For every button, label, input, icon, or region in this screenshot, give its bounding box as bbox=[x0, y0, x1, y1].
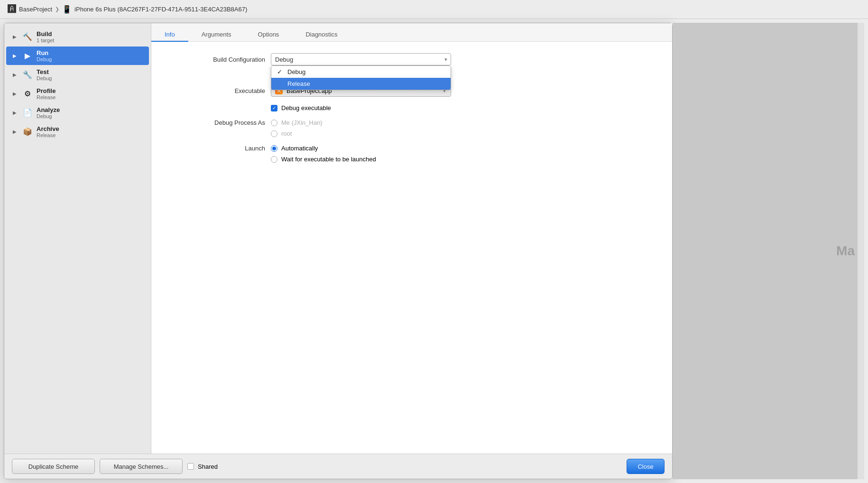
debug-option: Debug bbox=[287, 68, 305, 75]
build-text: Build 1 target bbox=[37, 30, 54, 43]
dialog-footer: Duplicate Scheme Manage Schemes... Share… bbox=[4, 454, 672, 479]
duplicate-scheme-button[interactable]: Duplicate Scheme bbox=[12, 459, 95, 474]
build-config-select[interactable]: Debug bbox=[271, 53, 451, 65]
right-panel-text: Ma bbox=[836, 243, 855, 259]
dropdown-item-release[interactable]: Release bbox=[271, 78, 451, 90]
build-config-value: Debug bbox=[275, 56, 293, 63]
radio-root[interactable] bbox=[271, 130, 277, 137]
debug-process-label: Debug Process As bbox=[170, 119, 265, 126]
close-button[interactable]: Close bbox=[627, 459, 665, 474]
radio-me[interactable] bbox=[271, 120, 277, 126]
radio-item-wait: Wait for executable to be launched bbox=[271, 156, 376, 163]
expand-arrow-test: ▶ bbox=[13, 72, 18, 77]
analyze-icon: 📄 bbox=[22, 108, 33, 118]
run-icon: ▶ bbox=[22, 51, 33, 61]
xcode-icon: 🅰 bbox=[8, 4, 16, 14]
device-name: iPhone 6s Plus (8AC267F1-27FD-471A-9511-… bbox=[74, 6, 247, 13]
radio-item-me: Me (JXin_Han) bbox=[271, 119, 323, 126]
debug-executable-row: ✓ Debug executable bbox=[271, 104, 653, 111]
project-name: BaseProject bbox=[19, 6, 52, 13]
expand-arrow-build: ▶ bbox=[13, 34, 18, 39]
check-icon: ✓ bbox=[277, 68, 284, 75]
profile-text: Profile Release bbox=[37, 87, 55, 100]
shared-label: Shared bbox=[198, 463, 218, 470]
radio-root-label: root bbox=[281, 130, 292, 137]
tabs: Info Arguments Options Diagnostics bbox=[151, 23, 672, 42]
build-config-select-wrapper: Debug ▼ ✓ Debug bbox=[271, 53, 451, 65]
radio-wait[interactable] bbox=[271, 156, 277, 163]
manage-schemes-button[interactable]: Manage Schemes... bbox=[100, 459, 183, 474]
tab-diagnostics[interactable]: Diagnostics bbox=[292, 28, 351, 42]
tab-options[interactable]: Options bbox=[245, 28, 293, 42]
tab-info[interactable]: Info bbox=[151, 28, 188, 42]
analyze-text: Analyze Debug bbox=[37, 106, 60, 119]
main-panel: Info Arguments Options Diagnostics Build… bbox=[151, 23, 672, 454]
right-panel: Ma bbox=[673, 23, 864, 479]
scheme-editor-dialog: ▶ 🔨 Build 1 target ▶ ▶ Run Debug bbox=[4, 23, 673, 479]
radio-wait-label: Wait for executable to be launched bbox=[281, 156, 376, 163]
debug-process-row: Debug Process As Me (JXin_Han) root bbox=[170, 119, 653, 137]
dialog-content: ▶ 🔨 Build 1 target ▶ ▶ Run Debug bbox=[4, 23, 672, 454]
build-configuration-label: Build Configuration bbox=[170, 56, 265, 63]
profile-icon: ⚙ bbox=[22, 89, 33, 99]
debug-executable-label: Debug executable bbox=[281, 104, 331, 111]
radio-item-root: root bbox=[271, 130, 323, 137]
sidebar-item-archive[interactable]: ▶ 📦 Archive Release bbox=[6, 122, 149, 141]
build-config-dropdown: ✓ Debug Release bbox=[271, 65, 451, 90]
radio-me-label: Me (JXin_Han) bbox=[281, 119, 323, 126]
test-text: Test Debug bbox=[37, 68, 52, 81]
archive-icon: 📦 bbox=[22, 127, 33, 137]
breadcrumb-arrow: ❯ bbox=[55, 6, 59, 12]
launch-radio-group: Automatically Wait for executable to be … bbox=[271, 145, 376, 163]
launch-label: Launch bbox=[170, 145, 265, 152]
archive-text: Archive Release bbox=[37, 125, 59, 138]
debug-process-control: Me (JXin_Han) root bbox=[271, 119, 323, 137]
tab-arguments[interactable]: Arguments bbox=[188, 28, 245, 42]
radio-automatically[interactable] bbox=[271, 145, 277, 152]
run-text: Run Debug bbox=[37, 49, 52, 62]
sidebar-item-run[interactable]: ▶ ▶ Run Debug bbox=[6, 46, 149, 65]
build-configuration-control: Debug ▼ ✓ Debug bbox=[271, 53, 451, 65]
shared-row: Shared bbox=[187, 463, 218, 470]
debug-executable-control: ✓ Debug executable bbox=[271, 104, 331, 111]
radio-automatically-label: Automatically bbox=[281, 145, 318, 152]
release-option: Release bbox=[287, 80, 310, 87]
build-icon: 🔨 bbox=[22, 32, 33, 42]
debug-executable-checkbox[interactable]: ✓ bbox=[271, 105, 277, 111]
radio-item-automatically: Automatically bbox=[271, 145, 376, 152]
test-icon: 🔧 bbox=[22, 70, 33, 80]
device-icon: 📱 bbox=[62, 5, 72, 14]
sidebar-item-profile[interactable]: ▶ ⚙ Profile Release bbox=[6, 84, 149, 103]
sidebar-item-build[interactable]: ▶ 🔨 Build 1 target bbox=[6, 28, 149, 46]
debug-process-radio-group: Me (JXin_Han) root bbox=[271, 119, 323, 137]
expand-arrow-run: ▶ bbox=[13, 53, 18, 58]
shared-checkbox[interactable] bbox=[187, 463, 194, 470]
expand-arrow-analyze: ▶ bbox=[13, 110, 18, 115]
scrollbar[interactable] bbox=[858, 23, 864, 479]
launch-control: Automatically Wait for executable to be … bbox=[271, 145, 376, 163]
dropdown-item-debug[interactable]: ✓ Debug bbox=[271, 66, 451, 78]
sidebar-item-test[interactable]: ▶ 🔧 Test Debug bbox=[6, 65, 149, 84]
launch-row: Launch Automatically Wait for executable… bbox=[170, 145, 653, 163]
main-container: ▶ 🔨 Build 1 target ▶ ▶ Run Debug bbox=[0, 19, 868, 483]
expand-arrow-archive: ▶ bbox=[13, 129, 18, 134]
build-configuration-row: Build Configuration Debug ▼ ✓ bbox=[170, 53, 653, 65]
sidebar: ▶ 🔨 Build 1 target ▶ ▶ Run Debug bbox=[4, 23, 151, 454]
expand-arrow-profile: ▶ bbox=[13, 91, 18, 96]
panel-body: Build Configuration Debug ▼ ✓ bbox=[151, 42, 672, 454]
title-bar: 🅰 BaseProject ❯ 📱 iPhone 6s Plus (8AC267… bbox=[0, 0, 868, 19]
debug-executable-checkbox-row: ✓ Debug executable bbox=[271, 104, 331, 111]
sidebar-item-analyze[interactable]: ▶ 📄 Analyze Debug bbox=[6, 103, 149, 122]
executable-label: Executable bbox=[170, 87, 265, 94]
